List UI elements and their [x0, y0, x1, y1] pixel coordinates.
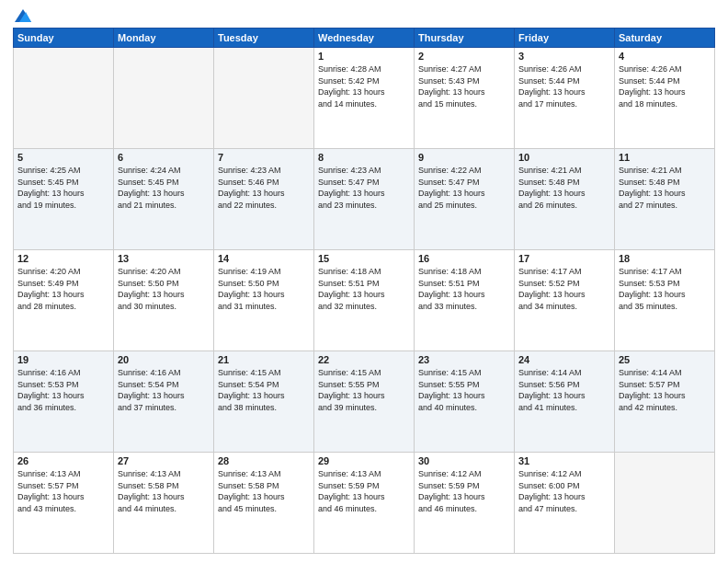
- day-header-saturday: Saturday: [615, 29, 715, 48]
- day-info: Sunrise: 4:18 AM Sunset: 5:51 PM Dayligh…: [318, 266, 410, 312]
- day-number: 22: [318, 354, 410, 365]
- calendar-cell: 10Sunrise: 4:21 AM Sunset: 5:48 PM Dayli…: [515, 149, 615, 250]
- day-info: Sunrise: 4:23 AM Sunset: 5:47 PM Dayligh…: [318, 165, 410, 211]
- day-number: 25: [619, 354, 711, 365]
- calendar-cell: 30Sunrise: 4:12 AM Sunset: 5:59 PM Dayli…: [415, 453, 515, 554]
- day-info: Sunrise: 4:15 AM Sunset: 5:55 PM Dayligh…: [318, 367, 410, 413]
- calendar-cell: 6Sunrise: 4:24 AM Sunset: 5:45 PM Daylig…: [114, 149, 214, 250]
- day-header-monday: Monday: [114, 29, 214, 48]
- calendar-cell: 27Sunrise: 4:13 AM Sunset: 5:58 PM Dayli…: [114, 453, 214, 554]
- day-info: Sunrise: 4:22 AM Sunset: 5:47 PM Dayligh…: [418, 165, 510, 211]
- page: SundayMondayTuesdayWednesdayThursdayFrid…: [0, 0, 728, 563]
- day-info: Sunrise: 4:16 AM Sunset: 5:54 PM Dayligh…: [118, 367, 210, 413]
- calendar-cell: [214, 48, 314, 149]
- day-number: 29: [318, 455, 410, 466]
- calendar-cell: 1Sunrise: 4:28 AM Sunset: 5:42 PM Daylig…: [314, 48, 415, 149]
- day-info: Sunrise: 4:12 AM Sunset: 6:00 PM Dayligh…: [518, 468, 610, 514]
- day-info: Sunrise: 4:26 AM Sunset: 5:44 PM Dayligh…: [518, 63, 610, 109]
- calendar-cell: 14Sunrise: 4:19 AM Sunset: 5:50 PM Dayli…: [214, 250, 314, 351]
- calendar-cell: 13Sunrise: 4:20 AM Sunset: 5:50 PM Dayli…: [114, 250, 214, 351]
- day-info: Sunrise: 4:25 AM Sunset: 5:45 PM Dayligh…: [17, 165, 109, 211]
- calendar-week-row: 12Sunrise: 4:20 AM Sunset: 5:49 PM Dayli…: [14, 250, 715, 351]
- calendar-cell: 26Sunrise: 4:13 AM Sunset: 5:57 PM Dayli…: [14, 453, 114, 554]
- header: [13, 9, 715, 22]
- day-number: 4: [619, 51, 711, 62]
- calendar-week-row: 1Sunrise: 4:28 AM Sunset: 5:42 PM Daylig…: [14, 48, 715, 149]
- day-number: 5: [17, 152, 109, 163]
- calendar-cell: 9Sunrise: 4:22 AM Sunset: 5:47 PM Daylig…: [415, 149, 515, 250]
- day-info: Sunrise: 4:12 AM Sunset: 5:59 PM Dayligh…: [418, 468, 510, 514]
- calendar-header-row: SundayMondayTuesdayWednesdayThursdayFrid…: [14, 29, 715, 48]
- day-header-thursday: Thursday: [415, 29, 515, 48]
- day-number: 3: [518, 51, 610, 62]
- day-number: 21: [218, 354, 310, 365]
- day-info: Sunrise: 4:14 AM Sunset: 5:56 PM Dayligh…: [518, 367, 610, 413]
- day-info: Sunrise: 4:20 AM Sunset: 5:49 PM Dayligh…: [17, 266, 109, 312]
- day-info: Sunrise: 4:13 AM Sunset: 5:58 PM Dayligh…: [118, 468, 210, 514]
- day-info: Sunrise: 4:21 AM Sunset: 5:48 PM Dayligh…: [518, 165, 610, 211]
- calendar-cell: 5Sunrise: 4:25 AM Sunset: 5:45 PM Daylig…: [14, 149, 114, 250]
- day-info: Sunrise: 4:13 AM Sunset: 5:59 PM Dayligh…: [318, 468, 410, 514]
- day-info: Sunrise: 4:28 AM Sunset: 5:42 PM Dayligh…: [318, 63, 410, 109]
- day-info: Sunrise: 4:14 AM Sunset: 5:57 PM Dayligh…: [619, 367, 711, 413]
- day-info: Sunrise: 4:13 AM Sunset: 5:58 PM Dayligh…: [218, 468, 310, 514]
- calendar-table: SundayMondayTuesdayWednesdayThursdayFrid…: [13, 28, 715, 554]
- day-info: Sunrise: 4:13 AM Sunset: 5:57 PM Dayligh…: [17, 468, 109, 514]
- day-header-sunday: Sunday: [14, 29, 114, 48]
- logo: [13, 9, 31, 22]
- calendar-week-row: 26Sunrise: 4:13 AM Sunset: 5:57 PM Dayli…: [14, 453, 715, 554]
- day-info: Sunrise: 4:26 AM Sunset: 5:44 PM Dayligh…: [619, 63, 711, 109]
- day-number: 6: [118, 152, 210, 163]
- calendar-cell: 4Sunrise: 4:26 AM Sunset: 5:44 PM Daylig…: [615, 48, 715, 149]
- calendar-cell: 15Sunrise: 4:18 AM Sunset: 5:51 PM Dayli…: [314, 250, 415, 351]
- day-number: 20: [118, 354, 210, 365]
- day-info: Sunrise: 4:27 AM Sunset: 5:43 PM Dayligh…: [418, 63, 510, 109]
- day-number: 28: [218, 455, 310, 466]
- day-number: 13: [118, 253, 210, 264]
- day-info: Sunrise: 4:20 AM Sunset: 5:50 PM Dayligh…: [118, 266, 210, 312]
- day-info: Sunrise: 4:17 AM Sunset: 5:52 PM Dayligh…: [518, 266, 610, 312]
- calendar-cell: 7Sunrise: 4:23 AM Sunset: 5:46 PM Daylig…: [214, 149, 314, 250]
- day-header-friday: Friday: [515, 29, 615, 48]
- day-number: 23: [418, 354, 510, 365]
- day-number: 14: [218, 253, 310, 264]
- day-info: Sunrise: 4:24 AM Sunset: 5:45 PM Dayligh…: [118, 165, 210, 211]
- day-info: Sunrise: 4:18 AM Sunset: 5:51 PM Dayligh…: [418, 266, 510, 312]
- calendar-cell: 29Sunrise: 4:13 AM Sunset: 5:59 PM Dayli…: [314, 453, 415, 554]
- calendar-cell: 25Sunrise: 4:14 AM Sunset: 5:57 PM Dayli…: [615, 351, 715, 453]
- calendar-cell: 8Sunrise: 4:23 AM Sunset: 5:47 PM Daylig…: [314, 149, 415, 250]
- day-number: 30: [418, 455, 510, 466]
- day-number: 31: [518, 455, 610, 466]
- calendar-cell: 12Sunrise: 4:20 AM Sunset: 5:49 PM Dayli…: [14, 250, 114, 351]
- calendar-cell: 18Sunrise: 4:17 AM Sunset: 5:53 PM Dayli…: [615, 250, 715, 351]
- day-number: 1: [318, 51, 410, 62]
- day-number: 10: [518, 152, 610, 163]
- day-number: 17: [518, 253, 610, 264]
- day-number: 7: [218, 152, 310, 163]
- day-number: 24: [518, 354, 610, 365]
- day-info: Sunrise: 4:21 AM Sunset: 5:48 PM Dayligh…: [619, 165, 711, 211]
- calendar-cell: 16Sunrise: 4:18 AM Sunset: 5:51 PM Dayli…: [415, 250, 515, 351]
- logo-triangle-icon: [15, 9, 31, 22]
- calendar-cell: [14, 48, 114, 149]
- day-info: Sunrise: 4:23 AM Sunset: 5:46 PM Dayligh…: [218, 165, 310, 211]
- day-number: 11: [619, 152, 711, 163]
- day-number: 2: [418, 51, 510, 62]
- day-info: Sunrise: 4:15 AM Sunset: 5:54 PM Dayligh…: [218, 367, 310, 413]
- calendar-cell: 22Sunrise: 4:15 AM Sunset: 5:55 PM Dayli…: [314, 351, 415, 453]
- day-info: Sunrise: 4:16 AM Sunset: 5:53 PM Dayligh…: [17, 367, 109, 413]
- calendar-week-row: 19Sunrise: 4:16 AM Sunset: 5:53 PM Dayli…: [14, 351, 715, 453]
- day-number: 9: [418, 152, 510, 163]
- day-info: Sunrise: 4:19 AM Sunset: 5:50 PM Dayligh…: [218, 266, 310, 312]
- day-header-tuesday: Tuesday: [214, 29, 314, 48]
- day-number: 16: [418, 253, 510, 264]
- calendar-cell: 31Sunrise: 4:12 AM Sunset: 6:00 PM Dayli…: [515, 453, 615, 554]
- calendar-cell: [114, 48, 214, 149]
- day-header-wednesday: Wednesday: [314, 29, 415, 48]
- day-number: 27: [118, 455, 210, 466]
- day-number: 12: [17, 253, 109, 264]
- day-number: 15: [318, 253, 410, 264]
- calendar-cell: 20Sunrise: 4:16 AM Sunset: 5:54 PM Dayli…: [114, 351, 214, 453]
- calendar-cell: 3Sunrise: 4:26 AM Sunset: 5:44 PM Daylig…: [515, 48, 615, 149]
- calendar-cell: 21Sunrise: 4:15 AM Sunset: 5:54 PM Dayli…: [214, 351, 314, 453]
